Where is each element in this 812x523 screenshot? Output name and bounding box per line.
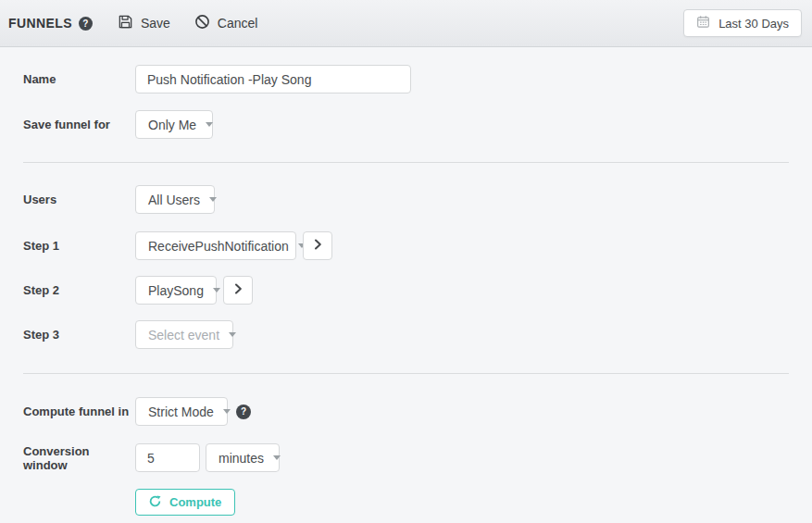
save-icon <box>118 14 133 32</box>
conversion-unit-value: minutes <box>219 451 264 466</box>
step-2-row: Step 2 PlaySong <box>23 276 789 305</box>
compute-mode-row: Compute funnel in Strict Mode ? <box>23 397 789 426</box>
compute-mode-help-icon[interactable]: ? <box>236 405 251 419</box>
save-button-label: Save <box>141 16 170 31</box>
conversion-window-input[interactable] <box>135 443 200 472</box>
funnels-help-icon[interactable]: ? <box>79 17 93 31</box>
funnel-form: Name Save funnel for Only Me Users All U… <box>0 65 812 516</box>
users-row: Users All Users <box>23 185 789 214</box>
chevron-right-icon <box>314 239 322 253</box>
date-range-label: Last 30 Days <box>718 17 789 31</box>
step-1-label: Step 1 <box>23 239 135 253</box>
divider <box>23 373 789 374</box>
save-funnel-for-dropdown[interactable]: Only Me <box>135 110 213 139</box>
step-1-expand-button[interactable] <box>303 231 332 260</box>
funnels-page: FUNNELS ? Save Cancel <box>0 0 812 523</box>
compute-mode-dropdown[interactable]: Strict Mode <box>135 397 228 426</box>
compute-mode-value: Strict Mode <box>148 405 214 419</box>
page-title-text: FUNNELS <box>8 16 72 31</box>
compute-button-label: Compute <box>169 495 221 509</box>
save-funnel-for-value: Only Me <box>148 118 196 132</box>
step-2-event-value: PlaySong <box>148 283 204 298</box>
compute-button[interactable]: Compute <box>135 489 235 516</box>
refresh-icon <box>149 495 161 510</box>
funnel-name-input[interactable] <box>135 65 411 93</box>
chevron-down-icon <box>206 122 213 127</box>
name-row: Name <box>23 65 789 93</box>
chevron-down-icon <box>209 197 217 202</box>
save-funnel-for-row: Save funnel for Only Me <box>23 110 789 139</box>
chevron-down-icon <box>229 332 236 337</box>
conversion-window-row: Conversion window minutes <box>23 443 789 472</box>
step-1-row: Step 1 ReceivePushNotification <box>23 231 789 260</box>
step-3-label: Step 3 <box>23 328 135 342</box>
topbar: FUNNELS ? Save Cancel <box>0 0 812 47</box>
divider <box>23 162 789 163</box>
compute-row: Compute <box>23 489 789 516</box>
step-2-expand-button[interactable] <box>223 276 253 305</box>
conversion-unit-dropdown[interactable]: minutes <box>206 443 280 472</box>
compute-mode-label: Compute funnel in <box>23 405 135 418</box>
date-range-button[interactable]: Last 30 Days <box>683 9 802 37</box>
conversion-window-label: Conversion window <box>23 444 135 472</box>
step-3-event-placeholder: Select event <box>148 328 219 342</box>
chevron-right-icon <box>234 283 243 297</box>
users-label: Users <box>23 193 135 206</box>
cancel-icon <box>194 14 210 32</box>
name-label: Name <box>23 72 135 86</box>
page-title: FUNNELS ? <box>8 16 93 31</box>
step-1-event-dropdown[interactable]: ReceivePushNotification <box>135 231 296 260</box>
users-dropdown[interactable]: All Users <box>135 185 215 214</box>
save-funnel-for-label: Save funnel for <box>23 118 135 131</box>
cancel-button-label: Cancel <box>218 16 258 31</box>
step-3-event-dropdown[interactable]: Select event <box>135 320 233 349</box>
users-value: All Users <box>148 193 200 207</box>
chevron-down-icon <box>273 455 281 460</box>
cancel-button[interactable]: Cancel <box>194 14 258 32</box>
step-2-label: Step 2 <box>23 283 135 297</box>
chevron-down-icon <box>213 288 220 293</box>
save-button[interactable]: Save <box>118 14 170 32</box>
step-2-event-dropdown[interactable]: PlaySong <box>135 276 217 305</box>
step-3-row: Step 3 Select event <box>23 320 789 349</box>
calendar-icon <box>696 15 710 31</box>
chevron-down-icon <box>223 409 231 414</box>
step-1-event-value: ReceivePushNotification <box>148 239 289 254</box>
